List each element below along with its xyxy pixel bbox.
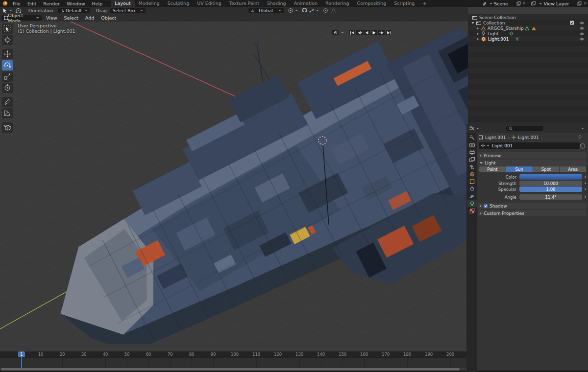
tab-shading[interactable]: Shading bbox=[263, 0, 290, 7]
prev-keyframe-button[interactable] bbox=[356, 30, 363, 35]
snap-magnet-icon[interactable] bbox=[302, 8, 307, 13]
tab-texture[interactable] bbox=[467, 208, 477, 214]
playhead[interactable] bbox=[21, 357, 22, 368]
menu-file[interactable]: File bbox=[9, 1, 24, 6]
snap-with-caret[interactable] bbox=[316, 10, 319, 11]
proportional-falloff-icon[interactable] bbox=[330, 8, 337, 13]
pivot-point-icon[interactable] bbox=[288, 8, 294, 13]
proportional-edit-icon[interactable] bbox=[323, 8, 328, 13]
pivot-caret[interactable] bbox=[295, 10, 298, 11]
view-layer-browse-caret[interactable] bbox=[539, 3, 542, 4]
timeline-scrollbar[interactable] bbox=[1, 368, 460, 371]
tab-scripting[interactable]: Scripting bbox=[390, 0, 418, 7]
keyframe-dot[interactable] bbox=[585, 183, 586, 184]
view-layer-name[interactable]: View Layer bbox=[543, 1, 569, 6]
panel-shadow[interactable]: Shadow bbox=[478, 203, 587, 209]
tab-object-data[interactable] bbox=[467, 200, 477, 207]
play-button[interactable] bbox=[371, 30, 377, 35]
play-reverse-button[interactable] bbox=[364, 30, 370, 35]
jump-end-button[interactable] bbox=[386, 30, 392, 35]
view-layer-remove-icon[interactable]: ✕ bbox=[583, 1, 587, 6]
keyframe-dot[interactable] bbox=[585, 176, 586, 178]
scene-icon[interactable] bbox=[482, 1, 487, 6]
scene-unlink-icon[interactable]: ✕ bbox=[522, 1, 526, 6]
properties-editor-icon[interactable] bbox=[469, 126, 475, 131]
menu-help[interactable]: Help bbox=[89, 1, 106, 6]
outliner-row-argos-starship[interactable]: ARGOS_Starship bbox=[468, 25, 588, 31]
eye-icon[interactable] bbox=[579, 37, 585, 41]
view-layer-copy-icon[interactable] bbox=[577, 1, 582, 6]
move-tool[interactable] bbox=[2, 49, 13, 59]
blender-logo-icon[interactable] bbox=[2, 1, 8, 6]
panel-preview[interactable]: Preview bbox=[478, 152, 587, 159]
keyframe-dot[interactable] bbox=[585, 188, 586, 190]
datablock-browse-caret[interactable] bbox=[487, 145, 490, 146]
properties-options-caret[interactable] bbox=[581, 128, 584, 129]
tab-rendering[interactable]: Rendering bbox=[321, 0, 353, 7]
outliner-row-collection[interactable]: Collection bbox=[468, 20, 588, 25]
annotate-tool[interactable] bbox=[2, 97, 13, 107]
argos-expand-caret[interactable] bbox=[477, 27, 479, 30]
drag-dropdown[interactable]: Select Box bbox=[110, 8, 146, 13]
scale-tool[interactable] bbox=[2, 71, 13, 82]
shadow-checkbox[interactable] bbox=[484, 204, 488, 208]
light-breadcrumb-icon[interactable] bbox=[512, 135, 516, 140]
timeline-ruler[interactable]: 1 10203040506070809010011012013014015016… bbox=[0, 351, 466, 358]
light-type-area[interactable]: Area bbox=[560, 166, 586, 172]
light-type-point[interactable]: Point bbox=[479, 166, 506, 172]
menu-window[interactable]: Window bbox=[63, 1, 88, 6]
panel-light[interactable]: Light bbox=[478, 160, 587, 166]
light-expand-caret[interactable] bbox=[477, 32, 479, 35]
scene-name[interactable]: Scene bbox=[494, 1, 508, 6]
properties-search-input[interactable] bbox=[506, 126, 543, 131]
auto-key-caret[interactable] bbox=[341, 32, 344, 33]
select-box-tool[interactable] bbox=[2, 23, 13, 34]
angle-field[interactable]: 11.4° bbox=[519, 194, 582, 200]
outliner-row-light-001[interactable]: Light.001 bbox=[468, 36, 588, 42]
3d-viewport[interactable]: User Perspective (1) Collection | Light.… bbox=[0, 22, 468, 344]
snap-with-icon[interactable] bbox=[309, 8, 315, 13]
transform-orientation-dropdown[interactable]: Global bbox=[248, 8, 284, 13]
light-type-sun[interactable]: Sun bbox=[506, 166, 533, 172]
vp-menu-select[interactable]: Select bbox=[61, 15, 82, 21]
tab-output[interactable] bbox=[467, 149, 477, 156]
view-layer-icon[interactable] bbox=[531, 1, 536, 6]
tab-render[interactable] bbox=[467, 141, 477, 148]
light-type-spot[interactable]: Spot bbox=[533, 166, 560, 172]
collection-checkbox[interactable] bbox=[570, 21, 574, 25]
collection-expand-caret[interactable] bbox=[471, 22, 474, 24]
outliner[interactable]: Scene Collection Collection ARGOS_Starsh… bbox=[468, 14, 588, 124]
specular-slider[interactable]: 1.00 bbox=[519, 186, 582, 192]
strength-field[interactable]: 10.000 bbox=[519, 181, 582, 186]
active-tool-icon[interactable] bbox=[2, 8, 8, 13]
scene-browse-caret[interactable] bbox=[490, 3, 492, 4]
pin-icon[interactable] bbox=[578, 135, 582, 140]
datablock-name[interactable]: Light.001 bbox=[492, 143, 513, 148]
jump-start-button[interactable] bbox=[349, 30, 355, 35]
tab-tool[interactable] bbox=[467, 134, 477, 141]
tab-animation[interactable]: Animation bbox=[290, 0, 321, 7]
tab-compositing[interactable]: Compositing bbox=[353, 0, 391, 7]
next-keyframe-button[interactable] bbox=[378, 30, 385, 35]
tab-layout[interactable]: Layout bbox=[111, 0, 134, 7]
tab-texture-paint[interactable]: Texture Paint bbox=[225, 0, 263, 7]
tab-sculpting[interactable]: Sculpting bbox=[164, 0, 193, 7]
scene-copy-icon[interactable] bbox=[516, 1, 521, 6]
current-frame-badge[interactable]: 1 bbox=[18, 351, 25, 357]
panel-custom-properties[interactable]: Custom Properties bbox=[478, 210, 587, 216]
tool-caret[interactable] bbox=[9, 10, 12, 11]
tab-modeling[interactable]: Modeling bbox=[135, 0, 164, 7]
eye-icon[interactable] bbox=[579, 21, 585, 25]
measure-tool[interactable] bbox=[2, 108, 13, 118]
outliner-row-light[interactable]: Light bbox=[468, 31, 588, 36]
tab-constraints[interactable] bbox=[467, 186, 477, 192]
add-cube-tool[interactable] bbox=[2, 122, 13, 133]
add-workspace-button[interactable]: + bbox=[418, 0, 430, 7]
vp-menu-add[interactable]: Add bbox=[82, 15, 98, 21]
tab-physics[interactable] bbox=[467, 193, 477, 200]
shield-fake-user-icon[interactable] bbox=[580, 143, 585, 149]
outliner-row-scene-collection[interactable]: Scene Collection bbox=[468, 15, 588, 20]
breadcrumb-object-name[interactable]: Light.001 bbox=[485, 135, 506, 140]
tab-uv-editing[interactable]: UV Editing bbox=[193, 0, 225, 7]
light-datablock-field[interactable]: Light.001 bbox=[479, 142, 580, 149]
